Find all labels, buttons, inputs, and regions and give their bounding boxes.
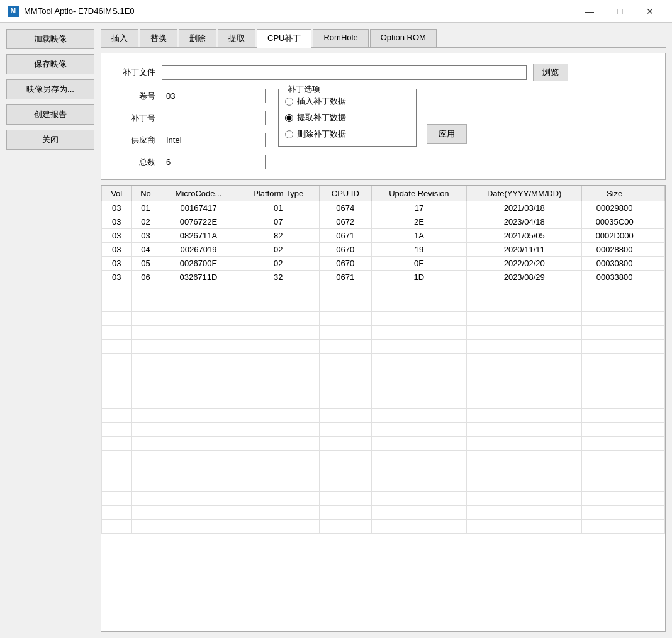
- table-cell-empty: [582, 478, 647, 492]
- table-cell: 19: [371, 243, 467, 257]
- save-image-button[interactable]: 保存映像: [6, 54, 94, 74]
- close-button[interactable]: ✕: [636, 3, 664, 20]
- table-cell-empty: [647, 395, 665, 409]
- tab-extract[interactable]: 提取: [218, 29, 255, 47]
- load-image-button[interactable]: 加载映像: [6, 29, 94, 49]
- patch-num-input[interactable]: [162, 111, 266, 125]
- table-cell-empty: [102, 298, 132, 312]
- browse-button[interactable]: 浏览: [533, 64, 568, 81]
- table-cell-empty: [237, 312, 320, 326]
- volume-input[interactable]: [162, 89, 266, 103]
- table-cell-empty: [320, 478, 371, 492]
- table-cell-empty: [237, 409, 320, 423]
- minimize-button[interactable]: —: [575, 3, 604, 20]
- table-row[interactable]: 030100167417010674172021/03/1800029800: [102, 201, 665, 215]
- table-row-empty: [102, 340, 665, 354]
- tab-cpu-patch[interactable]: CPU补丁: [257, 29, 311, 48]
- table-container: Vol No MicroCode... Platform Type CPU ID…: [101, 185, 666, 632]
- table-cell-empty: [647, 284, 665, 298]
- table-cell: [647, 215, 665, 229]
- table-cell-empty: [237, 423, 320, 437]
- table-cell: 07: [237, 215, 320, 229]
- table-cell: 0674: [320, 201, 371, 215]
- table-cell-empty: [160, 478, 237, 492]
- vendor-row: 供应商: [111, 133, 266, 147]
- table-row-empty: [102, 367, 665, 381]
- table-cell: 00035C00: [582, 215, 647, 229]
- volume-label: 卷号: [111, 91, 155, 102]
- table-cell-empty: [467, 506, 582, 520]
- tab-replace[interactable]: 替换: [140, 29, 177, 47]
- table-cell-empty: [582, 381, 647, 395]
- table-cell-empty: [371, 451, 467, 464]
- table-cell-empty: [582, 464, 647, 478]
- table-cell-empty: [582, 520, 647, 534]
- table-cell-empty: [467, 409, 582, 423]
- table-cell-empty: [647, 409, 665, 423]
- table-cell-empty: [647, 520, 665, 534]
- table-row[interactable]: 03050026700E0206700E2022/02/2000030800: [102, 257, 665, 271]
- radio-extract[interactable]: [285, 114, 293, 122]
- table-cell-empty: [132, 340, 160, 354]
- table-cell-empty: [160, 298, 237, 312]
- table-cell-empty: [237, 437, 320, 451]
- vendor-label: 供应商: [111, 135, 155, 146]
- close-app-button[interactable]: 关闭: [6, 130, 94, 150]
- create-report-button[interactable]: 创建报告: [6, 104, 94, 125]
- patch-file-input[interactable]: [162, 65, 527, 80]
- total-input[interactable]: [162, 155, 266, 169]
- table-cell-empty: [467, 326, 582, 340]
- table-cell: 0670: [320, 257, 371, 271]
- table-cell-empty: [132, 326, 160, 340]
- table-cell-empty: [160, 395, 237, 409]
- table-cell-empty: [582, 506, 647, 520]
- table-cell-empty: [237, 298, 320, 312]
- apply-wrapper: 应用: [427, 124, 467, 144]
- radio-insert[interactable]: [285, 98, 293, 106]
- tab-option-rom[interactable]: Option ROM: [370, 29, 437, 47]
- table-cell-empty: [102, 354, 132, 367]
- table-cell: 06: [132, 271, 160, 284]
- table-cell-empty: [132, 381, 160, 395]
- table-cell: 0076722E: [160, 215, 237, 229]
- tab-romhole[interactable]: RomHole: [313, 29, 368, 47]
- table-cell: 0671: [320, 229, 371, 243]
- col-cpu-id: CPU ID: [320, 186, 371, 201]
- table-cell-empty: [102, 367, 132, 381]
- table-cell-empty: [467, 284, 582, 298]
- patch-options-group: 补丁选项 插入补丁数据 提取补丁数据 删除补丁数据: [278, 89, 417, 147]
- tab-insert[interactable]: 插入: [101, 29, 138, 47]
- table-row-empty: [102, 395, 665, 409]
- patch-num-label: 补丁号: [111, 113, 155, 124]
- maximize-button[interactable]: □: [605, 3, 634, 20]
- col-update-revision: Update Revision: [371, 186, 467, 201]
- table-cell-empty: [582, 340, 647, 354]
- table-cell: 03: [102, 201, 132, 215]
- table-cell-empty: [237, 464, 320, 478]
- table-cell-empty: [320, 354, 371, 367]
- table-row-empty: [102, 423, 665, 437]
- table-cell-empty: [237, 506, 320, 520]
- vendor-input[interactable]: [162, 133, 266, 147]
- form-left-fields: 卷号 补丁号 供应商 总数: [111, 89, 266, 169]
- table-row[interactable]: 03030826711A8206711A2021/05/050002D000: [102, 229, 665, 243]
- table-row-empty: [102, 284, 665, 298]
- radio-delete[interactable]: [285, 130, 293, 138]
- save-as-button[interactable]: 映像另存为...: [6, 79, 94, 99]
- apply-button[interactable]: 应用: [427, 124, 467, 144]
- table-row-empty: [102, 506, 665, 520]
- table-body: 030100167417010674172021/03/180002980003…: [102, 201, 665, 534]
- table-cell-empty: [371, 381, 467, 395]
- table-row[interactable]: 03020076722E0706722E2023/04/1800035C00: [102, 215, 665, 229]
- table-cell-empty: [371, 437, 467, 451]
- table-cell-empty: [102, 381, 132, 395]
- table-row[interactable]: 03060326711D3206711D2023/08/2900033800: [102, 271, 665, 284]
- table-cell-empty: [160, 312, 237, 326]
- table-cell-empty: [582, 312, 647, 326]
- tab-delete[interactable]: 删除: [179, 29, 216, 47]
- table-cell-empty: [467, 298, 582, 312]
- table-cell-empty: [582, 492, 647, 506]
- table-cell-empty: [647, 451, 665, 464]
- table-row[interactable]: 030400267019020670192020/11/1100028800: [102, 243, 665, 257]
- table-cell-empty: [467, 492, 582, 506]
